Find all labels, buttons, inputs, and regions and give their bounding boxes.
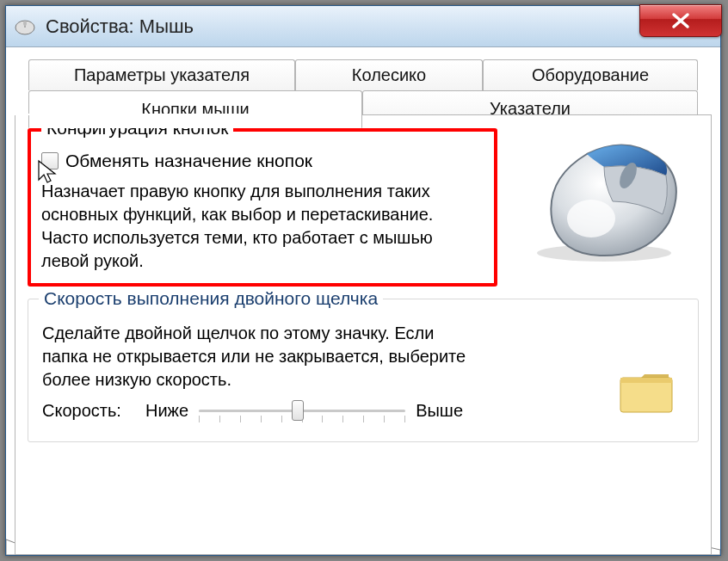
dialog-body: Параметры указателя Колесико Оборудовани… [6, 47, 720, 555]
speed-slider-thumb[interactable] [292, 400, 304, 421]
svg-rect-6 [620, 378, 672, 383]
swap-buttons-row[interactable]: Обменять назначение кнопок [41, 151, 484, 171]
speed-slider[interactable] [199, 398, 405, 422]
swap-buttons-checkbox[interactable] [41, 152, 59, 170]
group-doubleclick-speed: Скорость выполнения двойного щелчка Сдел… [28, 299, 699, 442]
close-icon [670, 12, 691, 29]
tab-wheel[interactable]: Колесико [295, 59, 483, 90]
window-title: Свойства: Мышь [46, 15, 194, 38]
mouse-preview-pane [509, 128, 699, 299]
tab-hardware[interactable]: Оборудование [483, 59, 698, 90]
titlebar[interactable]: Свойства: Мышь [6, 6, 720, 47]
mouse-icon [13, 17, 37, 36]
speed-label: Скорость: [42, 401, 145, 421]
tab-buttons[interactable]: Кнопки мыши [28, 90, 362, 128]
mouse-preview-icon [518, 128, 690, 266]
svg-point-4 [567, 200, 615, 237]
swap-buttons-label: Обменять назначение кнопок [65, 151, 312, 171]
group-speed-legend: Скорость выполнения двойного щелчка [39, 288, 383, 309]
tab-pointer-params[interactable]: Параметры указателя [28, 59, 295, 90]
dialog-window: Свойства: Мышь Параметры указателя Колес… [5, 5, 721, 556]
folder-icon[interactable] [617, 367, 677, 416]
svg-point-1 [23, 21, 27, 26]
speed-high-label: Выше [416, 401, 463, 421]
swap-buttons-description: Назначает правую кнопку для выполнения т… [41, 180, 484, 273]
group-button-config: Конфигурация кнопок Обменять назначение … [28, 128, 497, 287]
speed-description: Сделайте двойной щелчок по этому значку.… [42, 322, 472, 391]
speed-low-label: Ниже [145, 401, 188, 421]
tab-panel-buttons: Конфигурация кнопок Обменять назначение … [15, 114, 712, 555]
speed-slider-row: Скорость: Ниже Выше [42, 398, 684, 422]
close-button[interactable] [639, 4, 722, 37]
